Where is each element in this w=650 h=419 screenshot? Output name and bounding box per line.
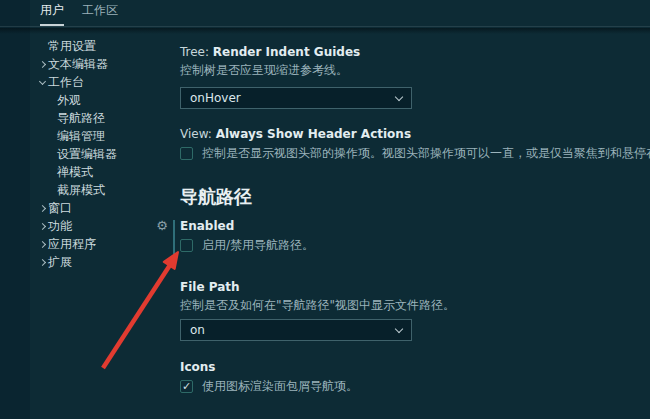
settings-list: Tree: Render Indent Guides 控制树是否应呈现缩进参考线… bbox=[180, 45, 638, 419]
setting-file-path: File Path 控制是否及如何在"导航路径"视图中显示文件路径。 on bbox=[180, 280, 638, 341]
chevron-down-icon bbox=[395, 92, 403, 100]
sidebar-item-features[interactable]: 功能 bbox=[0, 217, 174, 235]
sidebar-item-label: 截屏模式 bbox=[57, 181, 105, 199]
setting-breadcrumbs-enabled: ⚙ Enabled 启用/禁用导航路径。 bbox=[180, 219, 638, 254]
chevron-right-icon bbox=[38, 60, 45, 67]
sidebar-item-common-settings[interactable]: 常用设置 bbox=[0, 37, 174, 55]
sidebar-item-appearance[interactable]: 外观 bbox=[0, 91, 174, 109]
sidebar-item-label: 禅模式 bbox=[57, 163, 93, 181]
tab-workspace[interactable]: 工作区 bbox=[82, 2, 118, 26]
modified-indicator bbox=[173, 220, 175, 254]
setting-view-always-show-header-actions: View: Always Show Header Actions 控制是否显示视… bbox=[180, 127, 638, 162]
chevron-down-icon bbox=[38, 77, 45, 84]
checkbox-row: 启用/禁用导航路径。 bbox=[180, 237, 638, 254]
setting-title: Icons bbox=[180, 360, 638, 375]
settings-editor: 用户 工作区 常用设置 文本编辑器 工作台 外观 导航路径 编辑管理 设置编辑器 bbox=[0, 0, 650, 419]
gear-icon[interactable]: ⚙ bbox=[155, 219, 169, 233]
sidebar-item-label: 应用程序 bbox=[48, 235, 96, 253]
chevron-right-icon bbox=[38, 240, 45, 247]
sidebar-item-window[interactable]: 窗口 bbox=[0, 199, 174, 217]
check-icon: ✓ bbox=[182, 381, 191, 392]
header-shadow bbox=[0, 28, 650, 34]
checkbox-row: ✓ 使用图标渲染面包屑导航项。 bbox=[180, 378, 638, 395]
checkbox-label: 控制是否显示视图头部的操作项。视图头部操作项可以一直，或是仅当聚焦到和悬停在视图… bbox=[202, 145, 650, 162]
setting-title: Enabled bbox=[180, 219, 638, 234]
setting-name: File Path bbox=[180, 280, 240, 294]
sidebar-item-editor-management[interactable]: 编辑管理 bbox=[0, 127, 174, 145]
setting-title: File Path bbox=[180, 280, 638, 295]
sidebar-item-screencast-mode[interactable]: 截屏模式 bbox=[0, 181, 174, 199]
select-value: onHover bbox=[190, 91, 396, 105]
settings-scope-tabbar: 用户 工作区 bbox=[0, 0, 650, 27]
sidebar-item-label: 编辑管理 bbox=[57, 127, 105, 145]
checkbox-row: 控制是否显示视图头部的操作项。视图头部操作项可以一直，或是仅当聚焦到和悬停在视图… bbox=[180, 145, 638, 162]
breadcrumbs-enabled-checkbox[interactable] bbox=[180, 239, 193, 252]
sidebar-item-label: 扩展 bbox=[48, 253, 72, 271]
sidebar-item-zen-mode[interactable]: 禅模式 bbox=[0, 163, 174, 181]
sidebar-item-breadcrumbs[interactable]: 导航路径 bbox=[0, 109, 174, 127]
sidebar-item-label: 设置编辑器 bbox=[57, 145, 117, 163]
settings-toc: 常用设置 文本编辑器 工作台 外观 导航路径 编辑管理 设置编辑器 禅模式 截屏… bbox=[0, 37, 174, 271]
tab-user[interactable]: 用户 bbox=[40, 2, 64, 26]
setting-tree-render-indent-guides: Tree: Render Indent Guides 控制树是否应呈现缩进参考线… bbox=[180, 45, 638, 109]
setting-description: 控制是否及如何在"导航路径"视图中显示文件路径。 bbox=[180, 298, 638, 313]
setting-description: 控制树是否应呈现缩进参考线。 bbox=[180, 63, 638, 78]
sidebar-item-label: 导航路径 bbox=[57, 109, 105, 127]
sidebar-item-workbench[interactable]: 工作台 bbox=[0, 73, 174, 91]
file-path-select[interactable]: on bbox=[180, 319, 412, 341]
sidebar-item-text-editor[interactable]: 文本编辑器 bbox=[0, 55, 174, 73]
chevron-right-icon bbox=[38, 258, 45, 265]
sidebar-item-label: 功能 bbox=[48, 217, 72, 235]
sidebar-item-extensions[interactable]: 扩展 bbox=[0, 253, 174, 271]
icons-checkbox[interactable]: ✓ bbox=[180, 380, 193, 393]
section-title-breadcrumbs: 导航路径 bbox=[180, 185, 638, 209]
setting-name: Icons bbox=[180, 360, 216, 374]
checkbox-label: 使用图标渲染面包屑导航项。 bbox=[202, 378, 358, 395]
sidebar-item-label: 工作台 bbox=[48, 73, 84, 91]
chevron-down-icon bbox=[395, 324, 403, 332]
setting-category-prefix: Tree: bbox=[180, 45, 213, 59]
sidebar-item-label: 窗口 bbox=[48, 199, 72, 217]
sidebar-item-label: 常用设置 bbox=[48, 37, 96, 55]
setting-category-prefix: View: bbox=[180, 127, 216, 141]
chevron-right-icon bbox=[38, 204, 45, 211]
setting-icons: Icons ✓ 使用图标渲染面包屑导航项。 bbox=[180, 360, 638, 395]
setting-title: View: Always Show Header Actions bbox=[180, 127, 638, 142]
sidebar-item-label: 文本编辑器 bbox=[48, 55, 108, 73]
checkbox-label: 启用/禁用导航路径。 bbox=[202, 237, 314, 254]
select-value: on bbox=[190, 323, 396, 337]
setting-title: Tree: Render Indent Guides bbox=[180, 45, 638, 60]
sidebar-item-settings-editor[interactable]: 设置编辑器 bbox=[0, 145, 174, 163]
chevron-right-icon bbox=[38, 222, 45, 229]
sidebar-item-label: 外观 bbox=[57, 91, 81, 109]
render-indent-guides-select[interactable]: onHover bbox=[180, 87, 412, 109]
always-show-header-actions-checkbox[interactable] bbox=[180, 147, 193, 160]
sidebar-item-application[interactable]: 应用程序 bbox=[0, 235, 174, 253]
setting-name: Enabled bbox=[180, 219, 234, 233]
setting-name: Render Indent Guides bbox=[213, 45, 360, 59]
setting-name: Always Show Header Actions bbox=[216, 127, 411, 141]
